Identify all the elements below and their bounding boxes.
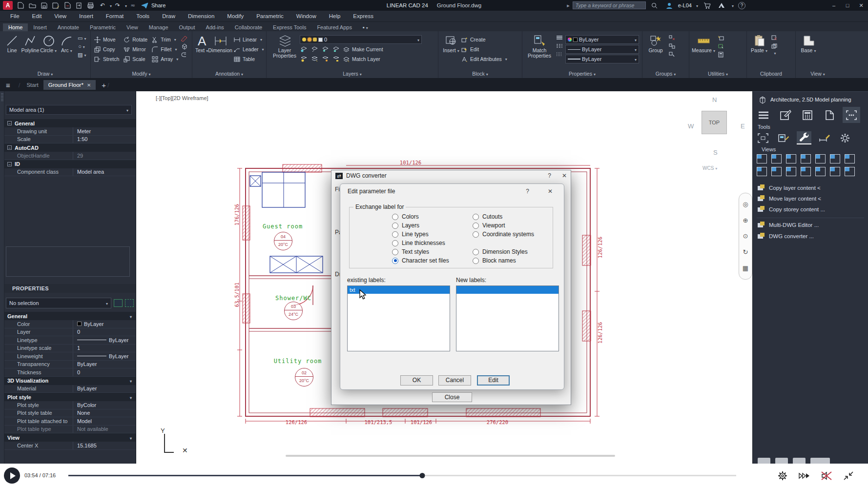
doc-menu-icon[interactable]: ≡	[6, 81, 10, 89]
menu-insert[interactable]: Insert	[73, 11, 100, 21]
calculator-icon[interactable]	[717, 52, 724, 58]
view-top-icon[interactable]	[801, 154, 811, 163]
toggle-pickadd-icon[interactable]	[114, 299, 123, 307]
match-properties-button[interactable]: Match Properties	[525, 34, 554, 59]
layer-lock3-icon[interactable]	[332, 56, 340, 62]
new-file-icon[interactable]	[16, 1, 25, 9]
select-objects-icon[interactable]	[125, 299, 134, 307]
arc-button[interactable]: Arc	[58, 34, 76, 54]
view-panel-label[interactable]: View	[796, 71, 840, 78]
transfer-icon[interactable]	[75, 1, 83, 9]
ribbon-tab-featured-apps[interactable]: Featured Apps	[311, 23, 357, 31]
object-color-select[interactable]: ByLayer	[565, 35, 639, 44]
offset-icon[interactable]	[180, 52, 188, 58]
toolbar-options-icon[interactable]: ≂	[128, 1, 137, 9]
palette-grip[interactable]	[0, 91, 4, 464]
menu-edit[interactable]: Edit	[26, 11, 48, 21]
ellipse-icon[interactable]: ○	[78, 43, 85, 50]
dimension-tool-icon[interactable]	[817, 131, 832, 144]
layer-merge-icon[interactable]	[310, 56, 318, 62]
share-icon[interactable]	[140, 1, 149, 9]
document-tab-icon[interactable]	[821, 107, 838, 123]
cut-icon[interactable]	[770, 35, 778, 41]
new-labels-list[interactable]	[456, 285, 559, 351]
match-layer-button[interactable]: Match Layer	[343, 55, 380, 63]
layers-panel-label[interactable]: Layers	[267, 71, 438, 78]
edit-parameter-titlebar[interactable]: Edit parameter file ?✕	[340, 184, 564, 199]
layer-isolate-icon[interactable]	[300, 46, 308, 53]
new-tab-button[interactable]: +	[102, 81, 106, 89]
player-progress-track[interactable]	[68, 475, 736, 476]
edit-mode-icon[interactable]	[777, 107, 794, 123]
dimension-button[interactable]: Dimension	[208, 34, 232, 53]
view-frame-icon[interactable]	[830, 167, 840, 176]
stretch-button[interactable]: Stretch	[94, 55, 119, 63]
measure-button[interactable]: Measure	[692, 34, 715, 54]
ribbon-tab-express-tools[interactable]: Express Tools	[268, 23, 311, 31]
group-general[interactable]: –General	[4, 119, 136, 127]
player-settings-icon[interactable]	[777, 470, 788, 482]
linear-button[interactable]: Linear	[233, 35, 264, 44]
tab-start[interactable]: Start	[21, 80, 43, 90]
draw-panel-label[interactable]: Draw	[0, 71, 90, 78]
more-tools-icon[interactable]	[843, 107, 860, 123]
properties-palette-title[interactable]: PROPERTIES	[4, 284, 136, 293]
ribbon-tab-insert[interactable]: Insert	[28, 23, 52, 31]
play-button[interactable]	[4, 468, 20, 484]
block-panel-label[interactable]: Block	[438, 71, 522, 78]
view-nw-icon[interactable]	[801, 167, 811, 176]
leader-button[interactable]: Leader	[233, 45, 264, 54]
panel-menu-icon[interactable]	[755, 107, 772, 123]
radio-layers[interactable]: Layers	[392, 222, 419, 229]
radio-block-names[interactable]: Block names	[473, 257, 516, 264]
radio-viewport[interactable]: Viewport	[473, 222, 505, 229]
property-row[interactable]: Scale1:50	[4, 136, 136, 144]
model-area-select[interactable]: Model area (1)	[6, 105, 132, 115]
canvas-scrollbar[interactable]	[286, 455, 615, 457]
move-button[interactable]: Move	[94, 35, 119, 44]
copy-button[interactable]: Copy	[94, 45, 119, 54]
redo-icon[interactable]: ↷	[113, 1, 122, 9]
polyline-button[interactable]: Polyline	[21, 34, 39, 53]
view-camera-icon[interactable]	[845, 167, 855, 176]
groups-panel-label[interactable]: Groups	[642, 71, 689, 78]
radio-character-set-files[interactable]: Character set files	[392, 257, 449, 264]
layer-properties-button[interactable]: Layer Properties	[269, 34, 300, 59]
menu-view[interactable]: View	[48, 11, 73, 21]
radio-cutouts[interactable]: Cutouts	[473, 213, 502, 220]
view-sw-icon[interactable]	[757, 167, 767, 176]
line-button[interactable]: Line	[3, 34, 21, 53]
group-button[interactable]: Group	[645, 34, 666, 53]
inner-close-button[interactable]: ✕	[548, 188, 553, 195]
clipboard-panel-label[interactable]: Clipboard	[747, 71, 795, 78]
radio-colors[interactable]: Colors	[392, 213, 419, 220]
copy-storey-content-item[interactable]: Copy storey content ...	[758, 206, 825, 212]
maximize-button[interactable]: □	[841, 0, 854, 11]
group-select-icon[interactable]	[668, 52, 676, 58]
dwg-converter-item[interactable]: DWG converter ...	[758, 233, 814, 239]
close-button[interactable]: ✕	[854, 0, 868, 11]
linetype-select[interactable]: ByLayer	[565, 55, 639, 63]
dialog-close-button[interactable]: ✕	[562, 172, 567, 179]
ribbon-tab-collaborate[interactable]: Collaborate	[229, 23, 268, 31]
quick-select-icon[interactable]	[717, 35, 724, 41]
autodesk-icon[interactable]	[717, 1, 726, 9]
ribbon-tab-addins[interactable]: Add-ins	[201, 23, 229, 31]
app-logo-icon[interactable]: A	[3, 1, 13, 10]
layer-freeze-icon[interactable]	[310, 46, 318, 53]
radio-dimension-styles[interactable]: Dimension Styles	[473, 248, 528, 255]
ribbon-options-icon[interactable]: ▪	[357, 23, 373, 31]
layer-unlock-icon[interactable]	[332, 46, 340, 53]
rotate-button[interactable]: Rotate	[123, 35, 147, 44]
edit-block-button[interactable]: Edit	[461, 45, 507, 54]
save-as-icon[interactable]	[51, 1, 60, 9]
undo-dropdown[interactable]	[108, 2, 112, 8]
group-edit-icon[interactable]	[668, 43, 676, 50]
property-row[interactable]: Drawing unitMeter	[4, 127, 136, 136]
playback-speed-icon[interactable]	[799, 470, 810, 482]
user-avatar-icon[interactable]	[665, 1, 674, 9]
menu-window[interactable]: Window	[290, 11, 323, 21]
group-id[interactable]: –ID	[4, 160, 136, 168]
close-button-outer[interactable]: Close	[432, 392, 472, 402]
inner-help-button[interactable]: ?	[526, 188, 529, 195]
